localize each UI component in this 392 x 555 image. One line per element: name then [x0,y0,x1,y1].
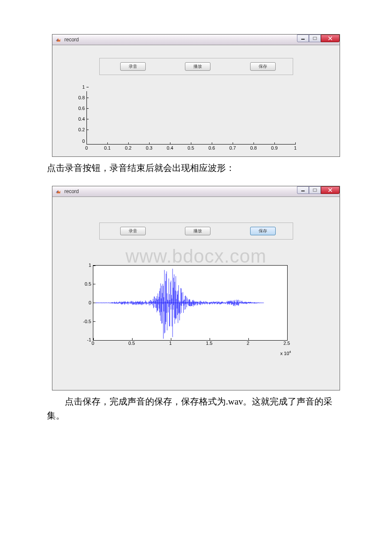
svg-rect-5 [313,189,317,191]
xtick-label: 0.3 [141,145,158,150]
close-button[interactable] [321,186,340,194]
window-title: record [64,188,79,194]
xtick-label: 0.9 [266,145,283,150]
play-button[interactable]: 播放 [185,227,210,235]
titlebar: record [52,186,340,197]
ytick-label: 0 [80,300,91,305]
ytick-label: 0.2 [74,127,85,132]
maximize-button[interactable] [309,35,321,42]
xtick-label: 0.4 [161,145,179,150]
minimize-button[interactable] [297,186,309,194]
save-button[interactable]: 保存 [250,62,276,71]
xtick-label: 0.2 [120,145,137,150]
xtick-label: 1.5 [201,341,218,346]
play-button[interactable]: 播放 [185,62,210,71]
record-window-empty: record 录音 播放 保存 [52,34,340,157]
xtick-label: 0.8 [245,145,262,150]
client-area: 录音 播放 保存 1 0.8 0.6 0.4 0.2 0 [52,45,340,156]
waveform-plot [93,266,287,340]
xtick-label: 2 [239,341,257,346]
window-controls [297,35,340,44]
xtick-label: 1 [287,145,304,150]
titlebar: record [52,35,340,45]
xtick-label: 0.7 [224,145,241,150]
record-window-waveform: record 录音 播放 保存 [52,186,340,390]
minimize-button[interactable] [297,35,309,42]
svg-rect-2 [313,37,317,40]
ytick-label: 0 [74,139,85,144]
xtick-label: 0.5 [182,145,199,150]
window-controls [297,186,340,196]
axes-waveform: 1 0.5 0 -0.5 -1 0 0.5 1 1.5 2 2.5 x 104 [80,265,327,340]
ytick-label: 0.5 [80,281,91,286]
ytick-label: 1 [80,263,91,268]
svg-rect-4 [301,191,305,191]
document-page: record 录音 播放 保存 [0,0,392,519]
button-panel: 录音 播放 保存 [99,223,293,240]
close-button[interactable] [321,35,340,42]
xtick-label: 1 [162,341,179,346]
ytick-label: 1 [74,84,85,90]
record-button[interactable]: 录音 [120,62,146,71]
button-panel: 录音 播放 保存 [99,58,293,75]
ytick-label: 0.6 [74,106,85,111]
xtick-label: 0 [78,145,95,150]
client-area: 录音 播放 保存 [52,197,340,357]
xtick-label: 0 [84,341,101,346]
axes-empty: 1 0.8 0.6 0.4 0.2 0 0 0.1 0.2 0.3 [74,87,327,145]
matlab-icon [55,36,62,43]
ytick-label: 0.4 [74,116,85,121]
svg-rect-1 [301,39,305,40]
xtick-label: 0.5 [123,341,140,346]
xtick-label: 0.6 [203,145,220,150]
caption-2: 点击保存，完成声音的保存，保存格式为.wav。这就完成了声音的采集。 [47,395,345,423]
xtick-label: 0.1 [99,145,116,150]
save-button[interactable]: 保存 [250,227,276,235]
axis-exponent: x 104 [280,350,291,356]
xtick-label: 2.5 [278,341,295,346]
matlab-icon [55,188,62,195]
caption-1: 点击录音按钮，录音结束后就会出现相应波形： [47,161,345,176]
window-title: record [64,37,79,43]
maximize-button[interactable] [309,186,321,194]
record-button[interactable]: 录音 [120,227,146,235]
ytick-label: 0.8 [74,95,85,100]
ytick-label: -0.5 [80,319,91,324]
